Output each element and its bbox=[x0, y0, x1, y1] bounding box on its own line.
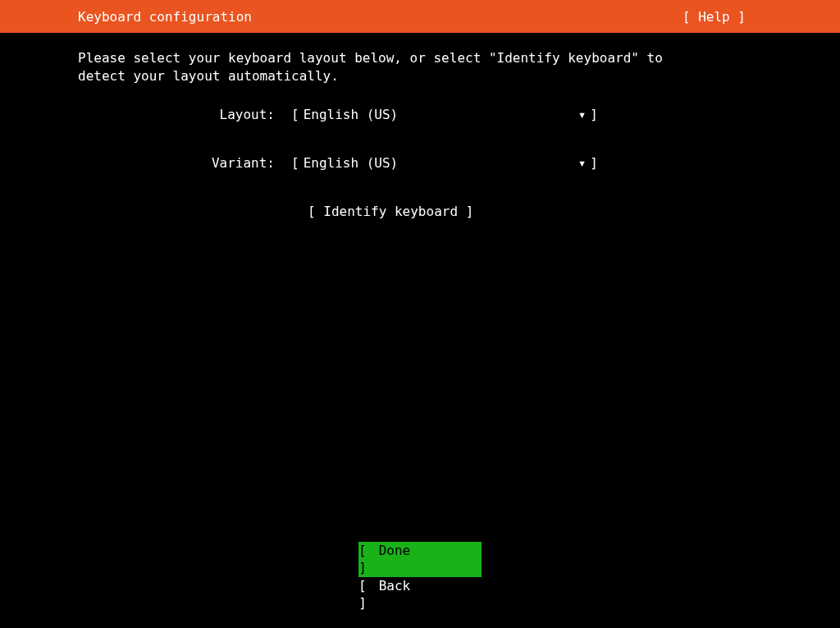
page-title: Keyboard configuration bbox=[78, 9, 252, 25]
back-button[interactable]: [ Back ] bbox=[358, 577, 482, 613]
bracket-left: [ bbox=[291, 107, 299, 122]
variant-value: English (US) bbox=[304, 155, 574, 171]
bracket-left: [ bbox=[291, 155, 299, 171]
bracket-right: ] bbox=[590, 155, 598, 171]
chevron-down-icon: ▾ bbox=[578, 107, 587, 122]
done-label: Done bbox=[379, 543, 469, 560]
bracket-right: ] bbox=[358, 560, 367, 577]
header-bar: Keyboard configuration [ Help ] bbox=[0, 0, 840, 33]
variant-row: Variant: [ English (US) ▾ ] bbox=[201, 155, 762, 171]
footer-buttons: [ Done ] [ Back ] bbox=[0, 542, 840, 613]
layout-row: Layout: [ English (US) ▾ ] bbox=[201, 107, 762, 122]
layout-value: English (US) bbox=[304, 107, 574, 122]
bracket-right: ] bbox=[590, 107, 598, 122]
bracket-left: [ bbox=[358, 578, 371, 595]
identify-keyboard-button[interactable]: [ Identify keyboard ] bbox=[308, 204, 473, 219]
variant-dropdown[interactable]: [ English (US) ▾ ] bbox=[291, 155, 598, 171]
instruction-text: Please select your keyboard layout below… bbox=[78, 49, 762, 86]
bracket-right: ] bbox=[358, 595, 367, 612]
main-content: Please select your keyboard layout below… bbox=[0, 33, 840, 219]
done-button[interactable]: [ Done ] bbox=[358, 542, 482, 578]
identify-row: [ Identify keyboard ] bbox=[308, 204, 762, 219]
layout-label: Layout: bbox=[201, 107, 275, 122]
back-label: Back bbox=[379, 578, 469, 595]
variant-label: Variant: bbox=[201, 155, 275, 171]
chevron-down-icon: ▾ bbox=[578, 155, 587, 171]
bracket-left: [ bbox=[358, 543, 371, 560]
layout-dropdown[interactable]: [ English (US) ▾ ] bbox=[291, 107, 598, 122]
help-button[interactable]: [ Help ] bbox=[682, 9, 746, 25]
